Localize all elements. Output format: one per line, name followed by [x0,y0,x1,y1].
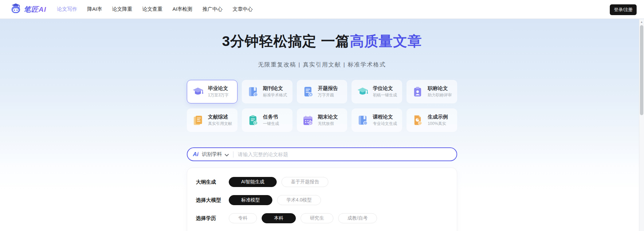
vertical-scrollbar[interactable]: ▲ [639,19,644,231]
scroll-up-icon[interactable]: ▲ [639,19,644,24]
option-pill[interactable]: 标准模型 [229,195,272,205]
calendar-pencil-icon [302,114,314,126]
brand-logo[interactable]: 笔匠AI [10,3,46,15]
option-pill[interactable]: 学术4.0模型 [277,195,321,205]
subject-select-dropdown[interactable]: 识别学科 [202,151,229,158]
scrollbar-thumb[interactable] [640,25,643,115]
nav-item-0[interactable]: 论文写作 [57,6,77,12]
card-subtitle: 100%真实 [428,121,448,127]
nav-item-5[interactable]: 推广中心 [202,6,222,12]
paper-title-bar: Ai 识别学科 [187,147,457,161]
paper-type-card[interactable]: T 生成示例 100%真实 [407,108,457,132]
input-divider [233,151,233,157]
card-title: 生成示例 [428,114,448,120]
option-pill[interactable]: 本科 [262,213,296,223]
svg-text:T: T [255,122,257,125]
card-subtitle: 万字开题 [318,92,338,98]
option-pill[interactable]: AI智能生成 [229,177,277,187]
card-subtitle: 1万至3万字 [208,92,228,98]
paper-type-card[interactable]: 期刊论文 标准学术格式 [242,80,292,103]
documents-icon [192,114,204,126]
option-pill[interactable]: 研究生 [301,213,333,223]
card-title: 期刊论文 [263,85,287,91]
subject-select-label: 识别学科 [202,151,222,157]
paper-type-card[interactable]: 期末论文 无忧放假 [297,108,347,132]
chevron-down-icon [225,152,229,158]
generation-options-panel: 大纲生成 AI智能生成基于开题报告 选择大模型 标准模型学术4.0模型 选择学历… [187,168,457,231]
card-subtitle: 专业论文生成 [373,121,397,127]
card-title: 文献综述 [208,114,232,120]
top-navbar: 笔匠AI 论文写作降AI率论文降重论文查重AI率检测推广中心文章中心 登录/注册 [0,0,644,19]
option-label: 选择学历 [196,215,224,222]
page-title-main: 3分钟轻松搞定 一篇 [222,33,350,49]
page-subtitle: 无限重复改稿 | 真实引用文献 | 标准学术格式 [187,61,457,68]
card-title: 开题报告 [318,85,338,91]
robot-graduate-icon [10,3,21,15]
nav-item-2[interactable]: 论文降重 [112,6,132,12]
clipboard-person-icon [412,86,423,97]
clipboard-t-icon: T [247,114,259,126]
page-title: 3分钟轻松搞定 一篇高质量文章 [187,19,457,50]
card-title: 毕业论文 [208,85,228,91]
paper-type-card[interactable]: 开题报告 万字开题 [297,80,347,103]
option-pill[interactable]: 基于开题报告 [281,177,328,187]
card-subtitle: 标准学术格式 [263,92,287,98]
graduation-cap-icon [192,86,204,97]
paper-type-card[interactable]: T 任务书 一键生成 [242,108,292,132]
paper-type-card[interactable]: 职称论文 助力职称评审 [407,80,457,103]
ai-badge-icon: Ai [193,151,199,158]
option-label: 大纲生成 [196,179,224,185]
option-pill[interactable]: 专科 [229,213,257,223]
card-subtitle: 初稿一键生成 [373,92,397,98]
brand-name: 笔匠AI [24,5,46,14]
paper-title-input[interactable] [238,151,451,157]
book-icon [357,114,368,126]
nav-item-6[interactable]: 文章中心 [232,6,253,12]
paper-type-card[interactable]: 学位论文 初稿一键生成 [352,80,402,103]
document-pencil-icon [302,86,314,97]
card-title: 期末论文 [318,114,338,120]
card-subtitle: 助力职称评审 [428,92,452,98]
svg-text:T: T [419,122,421,125]
nav-menu: 论文写作降AI率论文降重论文查重AI率检测推广中心文章中心 [57,6,253,12]
nav-item-1[interactable]: 降AI率 [87,6,102,12]
paper-type-card[interactable]: 课程论文 专业论文生成 [352,108,402,132]
hero-section: 3分钟轻松搞定 一篇高质量文章 无限重复改稿 | 真实引用文献 | 标准学术格式… [0,19,644,231]
card-subtitle: 无忧放假 [318,121,338,127]
page-title-accent: 高质量文章 [350,33,422,49]
option-row: 选择学历 专科本科研究生成教/自考 [196,213,448,223]
file-t-icon: T [412,114,423,126]
option-row: 选择大模型 标准模型学术4.0模型 [196,195,448,205]
card-subtitle: 一键生成 [263,121,279,127]
nav-item-3[interactable]: 论文查重 [142,6,162,12]
card-title: 职称论文 [428,85,452,91]
option-label: 选择大模型 [196,197,224,203]
card-subtitle: 真实引用文献 [208,121,232,127]
book-icon [247,86,259,97]
option-row: 大纲生成 AI智能生成基于开题报告 [196,177,448,187]
paper-type-card[interactable]: 毕业论文 1万至3万字 [187,80,237,103]
paper-type-card[interactable]: 文献综述 真实引用文献 [187,108,237,132]
card-title: 学位论文 [373,85,397,91]
graduation-cap-icon [357,86,368,97]
paper-type-grid: 毕业论文 1万至3万字 期刊论文 标准学术格式 开题报告 万字开题 学位论文 [187,80,457,132]
login-register-button[interactable]: 登录/注册 [610,4,637,15]
card-title: 任务书 [263,114,279,120]
option-pill[interactable]: 成教/自考 [338,213,377,223]
nav-item-4[interactable]: AI率检测 [172,6,192,12]
card-title: 课程论文 [373,114,397,120]
